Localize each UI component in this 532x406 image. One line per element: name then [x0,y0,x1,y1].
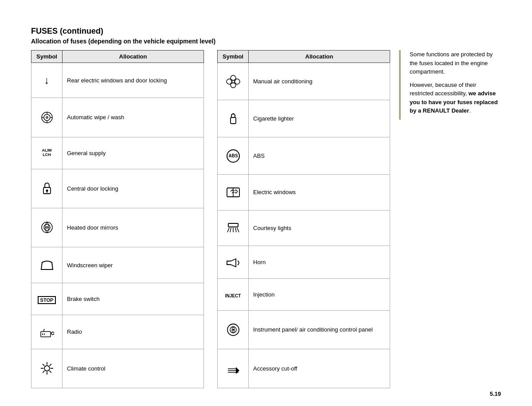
abs-icon: ABS [227,149,240,163]
symbol-cell: ↓ [31,63,63,98]
alloc-cell: ABS [249,137,390,175]
alloc-cell: Climate control [63,349,204,388]
symbol-cell [218,349,249,388]
alloc-cell: Radio [63,315,204,349]
svg-point-8 [46,190,48,192]
alloc-cell: Instrument panel/ air conditioning contr… [249,310,390,349]
alloc-cell: Electric windows [249,175,390,210]
alloc-cell: Automatic wipe / wash [63,98,204,137]
left-col-allocation: Allocation [63,51,204,63]
svg-line-37 [227,228,229,232]
svg-point-11 [44,224,50,230]
symbol-cell [31,169,63,208]
svg-line-17 [43,329,44,332]
symbol-cell [31,315,63,349]
table-row: Central door locking [31,169,204,208]
ac-icon [226,75,241,85]
symbol-cell [218,63,249,100]
alloc-cell: Rear electric windows and door locking [63,63,204,98]
svg-point-44 [232,329,234,331]
alloc-cell: Accessory cut-off [249,349,390,388]
svg-point-2 [46,117,48,118]
symbol-cell: STOP [31,283,63,315]
sidebar-text1: Some functions are protected by the fuse… [410,50,501,76]
alloc-cell: Heated door mirrors [63,208,204,247]
svg-line-41 [237,228,239,232]
svg-line-38 [230,228,231,232]
svg-point-31 [232,80,235,83]
page-title: FUSES (continued) [31,27,501,36]
table-row: Instrument panel/ air conditioning contr… [218,310,390,349]
alloc-cell: Windscreen wiper [63,247,204,283]
sidebar-text2-end: . [469,107,471,114]
svg-point-12 [46,226,48,228]
table-row: Windscreen wiper [31,247,204,283]
radio-icon [40,326,54,336]
courtesy-lights-icon [226,222,241,232]
symbol-cell [31,98,63,137]
alim-icon: ALIMLCH [42,148,52,157]
svg-point-14 [51,332,54,335]
windscreen-wiper-icon [39,259,55,269]
symbol-cell: INJECT [218,279,249,311]
table-row: ↓ Rear electric windows and door locking [31,63,204,98]
page-container: FUSES (continued) Allocation of fuses (d… [0,0,532,406]
door-lock-icon [41,183,53,192]
svg-line-24 [49,371,51,373]
svg-point-1 [44,114,50,121]
alloc-cell: Injection [249,279,390,311]
instrument-panel-icon [226,324,240,334]
left-col-symbol: Symbol [31,51,63,63]
svg-point-10 [42,222,52,233]
table-row: Courtesy lights [218,210,390,246]
arrow-down-icon: ↓ [44,74,50,86]
symbol-cell [31,208,63,247]
table-row: Cigarette lighter [218,100,390,137]
svg-point-18 [44,366,50,371]
inject-icon: INJECT [225,293,241,298]
alloc-cell: Courtesy lights [249,210,390,246]
page-subtitle: Allocation of fuses (depending on the ve… [31,38,501,45]
alloc-cell: General supply [63,137,204,169]
svg-line-23 [43,364,44,366]
sidebar: Some functions are protected by the fuse… [399,50,501,120]
alloc-cell: Cigarette lighter [249,100,390,137]
sidebar-text2: However, because of their restricted acc… [410,81,501,115]
table-row: ABS ABS [218,137,390,175]
right-col-symbol: Symbol [218,51,249,63]
table-row: Accessory cut-off [218,349,390,388]
table-row: Heated door mirrors [31,208,204,247]
stop-icon: STOP [38,296,56,304]
horn-icon [225,257,241,266]
table-row: ALIMLCH General supply [31,137,204,169]
content-area: Symbol Allocation ↓ Rear electric window… [31,50,501,388]
climate-icon [40,363,54,372]
tables-area: Symbol Allocation ↓ Rear electric window… [31,50,390,388]
table-row: Climate control [31,349,204,388]
symbol-cell: ALIMLCH [31,137,63,169]
symbol-cell [31,349,63,388]
right-fuse-table: Symbol Allocation [217,50,390,388]
electric-windows-icon [226,186,240,196]
left-fuse-table: Symbol Allocation ↓ Rear electric window… [31,50,204,388]
table-row: Automatic wipe / wash [31,98,204,137]
symbol-cell: ABS [218,137,249,175]
symbol-cell [31,247,63,283]
symbol-cell [218,100,249,137]
svg-rect-32 [231,117,236,124]
page-number: 5.19 [490,390,501,397]
table-row: Electric windows [218,175,390,210]
symbol-cell [218,210,249,246]
svg-line-25 [49,364,51,366]
mirror-icon [40,222,54,231]
symbol-cell [218,310,249,349]
svg-line-40 [235,228,236,232]
right-col-allocation: Allocation [249,51,390,63]
wiper-spiral-icon [40,111,54,122]
alloc-cell: Manual air conditioning [249,63,390,100]
table-row: STOP Brake switch [31,283,204,315]
alloc-cell: Central door locking [63,169,204,208]
svg-line-26 [43,371,44,373]
lighter-icon [227,113,239,122]
table-row: Radio [31,315,204,349]
